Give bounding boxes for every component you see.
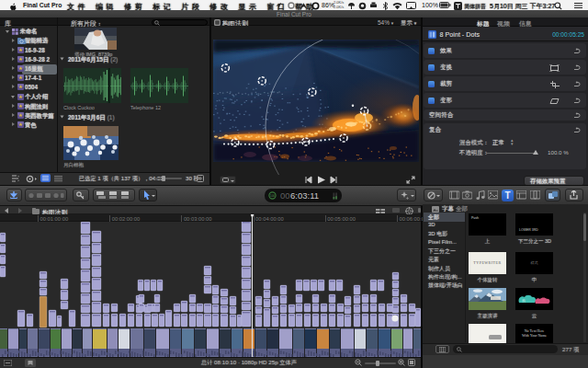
svg-text:100: 100	[270, 194, 275, 198]
svg-text:云: 云	[522, 298, 526, 303]
